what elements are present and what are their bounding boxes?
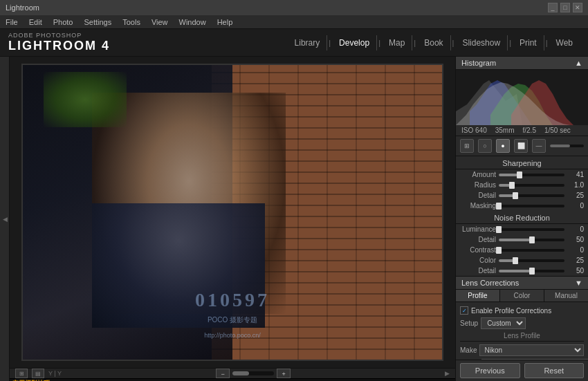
menu-file[interactable]: File — [6, 18, 18, 26]
sharpening-masking-row: Masking 0 — [456, 201, 588, 211]
watermark-code: 010597 — [195, 289, 270, 311]
zoom-in-btn[interactable]: + — [277, 369, 291, 378]
lens-tab-manual[interactable]: Manual — [544, 290, 588, 301]
menu-settings[interactable]: Settings — [84, 18, 111, 26]
lens-corrections-header[interactable]: Lens Corrections ▼ — [456, 277, 588, 290]
noise-detail-slider[interactable] — [499, 239, 564, 241]
noise-detail2-label: Detail — [460, 267, 496, 275]
setup-select[interactable]: Custom — [481, 317, 526, 329]
amount-value: 41 — [567, 171, 584, 178]
sliders-section: Sharpening Amount 41 Radius 1.0 — [456, 156, 588, 360]
nav-library[interactable]: Library — [288, 35, 328, 50]
color-slider[interactable] — [499, 259, 564, 262]
lens-tab-color[interactable]: Color — [500, 290, 544, 301]
noise-contrast-row: Contrast 0 — [456, 245, 588, 255]
masking-label: Masking — [460, 202, 496, 210]
zoom-out-btn[interactable]: − — [216, 369, 230, 378]
foliage-area — [44, 72, 127, 127]
tool-square[interactable]: ⬜ — [514, 139, 528, 153]
masking-value: 0 — [567, 202, 584, 210]
histogram-header[interactable]: Histogram ▲ — [456, 57, 588, 70]
enable-corrections-row: ✓ Enable Profile Corrections — [460, 305, 584, 316]
filmstrip-btn[interactable]: ▤ — [32, 369, 44, 378]
lens-content: ✓ Enable Profile Corrections Setup Custo… — [456, 302, 588, 360]
noise-detail2-slider[interactable] — [499, 270, 564, 272]
menu-help[interactable]: Help — [217, 18, 233, 26]
reset-button[interactable]: Reset — [524, 363, 585, 378]
noise-detail-row: Detail 50 — [456, 234, 588, 245]
enable-label: Enable Profile Corrections — [471, 307, 551, 315]
previous-button[interactable]: Previous — [460, 363, 520, 378]
module-nav: Library | Develop | Map | Book | Slidesh… — [288, 35, 580, 50]
maximize-button[interactable]: □ — [560, 3, 570, 12]
title-bar-controls: _ □ ✕ — [548, 3, 582, 12]
app-title: Lightroom — [6, 3, 39, 12]
detail-value: 25 — [567, 192, 584, 199]
nav-slideshow[interactable]: Slideshow — [455, 35, 508, 50]
histogram-label: Histogram — [461, 59, 496, 67]
iso-value: ISO 640 — [461, 127, 487, 134]
make-label: Make — [460, 346, 477, 354]
menu-view[interactable]: View — [151, 18, 168, 26]
shutter-value: 1/50 sec — [544, 127, 571, 134]
main-layout: ADOBE PHOTOSHOP LIGHTROOM 4 Library | De… — [0, 29, 588, 381]
grid-view-btn[interactable]: ⊞ — [15, 369, 28, 378]
bottom-left: ⊞ ▤ Y | Y — [15, 369, 62, 378]
bottom-strip: ⊞ ▤ Y | Y − + ▶ — [10, 368, 455, 378]
sharpening-radius-row: Radius 1.0 — [456, 180, 588, 190]
nav-web[interactable]: Web — [549, 35, 580, 50]
menu-edit[interactable]: Edit — [29, 18, 42, 26]
color-label: Color — [460, 257, 496, 264]
aperture-value: f/2.5 — [523, 127, 536, 134]
adobe-label: ADOBE PHOTOSHOP — [8, 32, 82, 39]
lens-profile-title: Lens Profile — [460, 331, 584, 342]
noise-detail-value: 50 — [567, 236, 584, 243]
app-name: LIGHTROOM 4 — [8, 39, 110, 53]
luminance-slider[interactable] — [499, 228, 564, 231]
lens-tab-profile[interactable]: Profile — [456, 290, 500, 301]
tool-line[interactable]: — — [532, 139, 546, 153]
lr-logo: ADOBE PHOTOSHOP LIGHTROOM 4 — [8, 32, 110, 53]
tool-circle[interactable]: ○ — [478, 139, 492, 153]
noise-title: Noise Reduction — [456, 211, 588, 224]
zoom-slider[interactable] — [232, 371, 274, 375]
nav-map[interactable]: Map — [382, 35, 412, 50]
radius-slider[interactable] — [499, 184, 564, 187]
right-panel: Histogram ▲ — [455, 57, 588, 381]
title-bar-left: Lightroom — [6, 3, 39, 12]
lens-section: Lens Corrections ▼ Profile Color Manual … — [456, 276, 588, 360]
sharpening-title: Sharpening — [456, 156, 588, 169]
radius-value: 1.0 — [567, 181, 584, 189]
detail-label: Detail — [460, 192, 496, 199]
panel-bottom-buttons: Previous Reset — [456, 360, 588, 381]
film-strip-bar: 实用摄影技巧 FsBus.CoM — [10, 378, 455, 381]
nav-print[interactable]: Print — [513, 35, 544, 50]
histogram-svg — [456, 70, 588, 125]
contrast-label: Contrast — [460, 246, 496, 254]
contrast-slider[interactable] — [499, 249, 564, 252]
focal-value: 35mm — [495, 127, 515, 134]
nav-develop[interactable]: Develop — [332, 35, 377, 50]
tool-grid[interactable]: ⊞ — [460, 139, 474, 153]
noise-color-row: Color 25 — [456, 255, 588, 266]
detail-slider[interactable] — [499, 194, 564, 197]
close-button[interactable]: ✕ — [573, 3, 582, 12]
watermark-url: http://photo.poco.cn/ — [204, 332, 261, 339]
make-select[interactable]: Nikon — [479, 344, 584, 356]
tool-dot[interactable]: ● — [496, 139, 510, 153]
setup-row: Setup Custom — [460, 316, 584, 331]
noise-detail2-row: Detail 50 — [456, 266, 588, 276]
menu-window[interactable]: Window — [179, 18, 206, 26]
bottom-center: − + — [216, 369, 291, 378]
amount-slider[interactable] — [499, 174, 564, 176]
luminance-label: Luminance — [460, 225, 496, 233]
minimize-button[interactable]: _ — [548, 3, 558, 12]
enable-checkbox[interactable]: ✓ — [460, 306, 468, 315]
tool-slider[interactable] — [550, 145, 584, 147]
left-panel: ◀ — [0, 57, 10, 381]
masking-slider[interactable] — [499, 205, 564, 207]
scroll-indicator: ▶ — [445, 370, 450, 377]
nav-book[interactable]: Book — [417, 35, 450, 50]
menu-tools[interactable]: Tools — [122, 18, 140, 26]
menu-photo[interactable]: Photo — [53, 18, 73, 26]
